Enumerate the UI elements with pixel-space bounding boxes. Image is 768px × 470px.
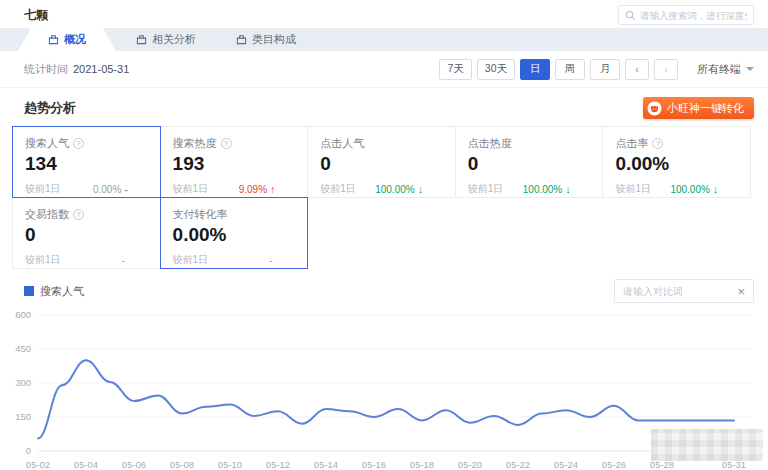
metric-card-点击热度[interactable]: 点击热度0较前1日100.00%↓ xyxy=(455,126,604,198)
date-range-controls: 7天 30天 日 周 月 ‹ › 所有终端 xyxy=(439,59,754,80)
metric-label: 搜索热度? xyxy=(173,136,296,151)
metric-card-交易指数[interactable]: 交易指数?0较前1日- xyxy=(12,197,161,269)
compare-word-input[interactable] xyxy=(623,286,737,297)
chart-header: 搜索人气 × xyxy=(0,269,768,303)
prev-period-button[interactable]: ‹ xyxy=(625,59,649,80)
metric-cards-row-1: 搜索人气?134较前1日0.00%-搜索热度?193较前1日9.09%↑点击人气… xyxy=(12,126,755,198)
info-icon[interactable]: ? xyxy=(73,209,84,220)
search-input[interactable] xyxy=(640,10,747,21)
compare-period-label: 较前1日 xyxy=(173,182,209,196)
metric-label: 搜索人气? xyxy=(25,136,148,151)
svg-text:0: 0 xyxy=(26,445,31,456)
svg-text:05-02: 05-02 xyxy=(26,459,50,470)
terminal-dropdown-value: 所有终端 xyxy=(697,62,741,77)
one-key-convert-button[interactable]: 小旺神一键转化 xyxy=(643,97,754,119)
metric-change: 9.09%↑ xyxy=(239,183,276,195)
trend-section-header: 趋势分析 小旺神一键转化 xyxy=(0,88,768,126)
compare-word-box[interactable]: × xyxy=(614,279,754,303)
metric-change: - xyxy=(269,255,275,266)
metric-change: - xyxy=(122,255,128,266)
tab-bar: 概况 相关分析 类目构成 xyxy=(0,28,768,51)
metric-card-点击率[interactable]: 点击率?0.00%较前1日100.00%↓ xyxy=(602,126,751,198)
tab-label: 类目构成 xyxy=(252,32,296,47)
tab-related-analysis[interactable]: 相关分析 xyxy=(116,28,216,51)
info-icon[interactable]: ? xyxy=(73,138,84,149)
svg-text:05-10: 05-10 xyxy=(218,459,242,470)
range-7d-button[interactable]: 7天 xyxy=(439,59,471,80)
svg-text:05-20: 05-20 xyxy=(458,459,482,470)
svg-text:05-12: 05-12 xyxy=(266,459,290,470)
compare-period-label: 较前1日 xyxy=(25,253,61,267)
tab-label: 概况 xyxy=(64,32,86,47)
trend-down-icon: ↓ xyxy=(713,183,719,195)
trend-down-icon: ↓ xyxy=(418,183,424,195)
metric-value: 0 xyxy=(320,153,443,175)
svg-text:600: 600 xyxy=(15,309,31,320)
info-icon[interactable]: ? xyxy=(652,138,663,149)
compare-period-label: 较前1日 xyxy=(25,182,61,196)
range-30d-button[interactable]: 30天 xyxy=(477,59,515,80)
next-period-button[interactable]: › xyxy=(654,59,678,80)
svg-text:05-04: 05-04 xyxy=(74,459,98,470)
compare-period-label: 较前1日 xyxy=(320,182,356,196)
metric-change: 100.00%↓ xyxy=(670,183,718,195)
info-icon[interactable]: ? xyxy=(221,138,232,149)
svg-text:450: 450 xyxy=(15,343,31,354)
chart-legend: 搜索人气 xyxy=(24,284,84,299)
tab-label: 相关分析 xyxy=(152,32,196,47)
terminal-dropdown[interactable]: 所有终端 xyxy=(697,62,754,77)
stats-toolbar: 统计时间2021-05-31 7天 30天 日 周 月 ‹ › 所有终端 xyxy=(0,51,768,88)
trend-chart-area: 015030045060005-0205-0405-0605-0805-1005… xyxy=(0,307,768,470)
metric-label: 点击热度 xyxy=(468,136,591,151)
metric-card-点击人气[interactable]: 点击人气0较前1日100.00%↓ xyxy=(307,126,456,198)
stat-time-label: 统计时间 xyxy=(24,63,68,75)
tab-overview[interactable]: 概况 xyxy=(18,28,116,51)
metric-cards-row-2: 交易指数?0较前1日-支付转化率0.00%较前1日- xyxy=(12,197,755,269)
stat-time-value: 2021-05-31 xyxy=(73,63,129,75)
page-title: 七颗 xyxy=(24,7,48,24)
svg-text:05-18: 05-18 xyxy=(410,459,434,470)
metric-change: 100.00%↓ xyxy=(375,183,423,195)
range-week-button[interactable]: 周 xyxy=(555,59,585,80)
top-header: 七颗 xyxy=(0,0,768,28)
metric-cards: 搜索人气?134较前1日0.00%-搜索热度?193较前1日9.09%↑点击人气… xyxy=(12,126,755,269)
metric-change: 0.00%- xyxy=(93,183,128,195)
tab-category-composition[interactable]: 类目构成 xyxy=(216,28,316,51)
legend-swatch-icon xyxy=(24,286,34,296)
metric-value: 193 xyxy=(173,153,296,175)
search-icon xyxy=(625,10,636,21)
trend-up-icon: ↑ xyxy=(270,183,276,195)
metric-card-支付转化率[interactable]: 支付转化率0.00%较前1日- xyxy=(160,197,309,269)
wangshen-mascot-icon xyxy=(647,101,662,116)
compare-period-label: 较前1日 xyxy=(615,182,651,196)
metric-label: 点击人气 xyxy=(320,136,443,151)
trend-down-icon: ↓ xyxy=(565,183,571,195)
metric-card-搜索热度[interactable]: 搜索热度?193较前1日9.09%↑ xyxy=(160,126,309,198)
svg-text:300: 300 xyxy=(15,377,31,388)
mosaic-watermark xyxy=(651,429,763,461)
svg-text:05-24: 05-24 xyxy=(554,459,578,470)
chevron-down-icon xyxy=(746,67,754,75)
svg-text:05-14: 05-14 xyxy=(314,459,338,470)
box-icon xyxy=(136,34,147,45)
svg-text:05-16: 05-16 xyxy=(362,459,386,470)
range-month-button[interactable]: 月 xyxy=(590,59,620,80)
compare-period-label: 较前1日 xyxy=(468,182,504,196)
svg-text:05-22: 05-22 xyxy=(506,459,530,470)
metric-value: 134 xyxy=(25,153,148,175)
metric-label: 点击率? xyxy=(615,136,738,151)
metric-value: 0 xyxy=(25,224,148,246)
keyword-search-box[interactable] xyxy=(618,5,754,25)
trend-flat-icon: - xyxy=(124,183,128,195)
section-title: 趋势分析 xyxy=(24,99,76,117)
range-day-button[interactable]: 日 xyxy=(520,59,550,80)
metric-card-搜索人气[interactable]: 搜索人气?134较前1日0.00%- xyxy=(12,126,161,198)
legend-label: 搜索人气 xyxy=(40,284,84,299)
metric-value: 0.00% xyxy=(615,153,738,175)
metric-label: 交易指数? xyxy=(25,207,148,222)
box-icon xyxy=(236,34,247,45)
compare-period-label: 较前1日 xyxy=(173,253,209,267)
close-icon[interactable]: × xyxy=(737,285,745,298)
metric-value: 0.00% xyxy=(173,224,296,246)
cta-label: 小旺神一键转化 xyxy=(667,101,744,116)
